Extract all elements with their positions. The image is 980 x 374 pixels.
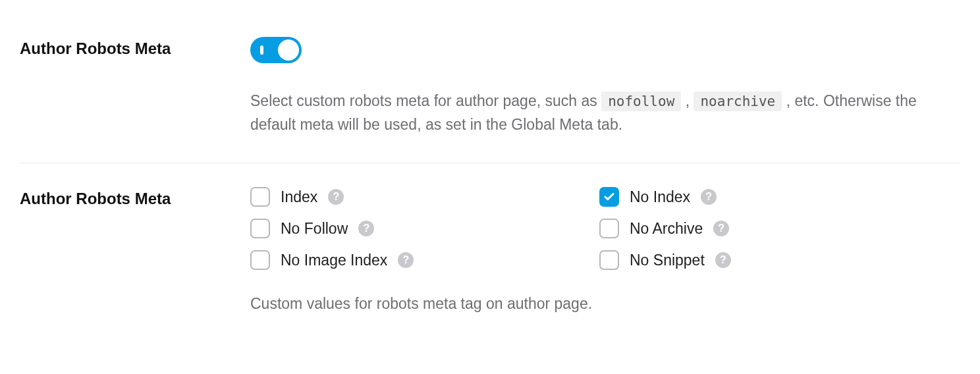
- section-label: Author Robots Meta: [20, 190, 250, 208]
- author-robots-meta-toggle[interactable]: [250, 37, 302, 63]
- checkbox-label: Index: [281, 188, 317, 206]
- checkbox-item-no-snippet[interactable]: No Snippet ?: [599, 250, 934, 270]
- section-label-col: Author Robots Meta: [20, 37, 250, 58]
- checkbox-item-no-archive[interactable]: No Archive ?: [599, 219, 934, 238]
- help-icon[interactable]: ?: [715, 252, 731, 268]
- options-description: Custom values for robots meta tag on aut…: [250, 295, 934, 313]
- help-icon[interactable]: ?: [701, 189, 717, 205]
- help-icon[interactable]: ?: [358, 221, 374, 236]
- checkbox-label: No Follow: [281, 220, 348, 238]
- help-icon[interactable]: ?: [328, 189, 344, 205]
- checkbox-label: No Snippet: [630, 252, 705, 269]
- section-label-col: Author Robots Meta: [20, 187, 250, 208]
- checkbox-label: No Image Index: [281, 252, 387, 269]
- section-label: Author Robots Meta: [20, 40, 250, 58]
- checkbox-item-no-image-index[interactable]: No Image Index ?: [250, 250, 599, 270]
- section-content: Select custom robots meta for author pag…: [250, 37, 960, 136]
- checkbox-label: No Archive: [630, 220, 703, 238]
- desc-text: Select custom robots meta for author pag…: [250, 92, 601, 109]
- check-icon: [603, 191, 615, 203]
- checkbox-item-no-index[interactable]: No Index ?: [599, 187, 934, 207]
- checkbox-box: [250, 187, 270, 207]
- checkbox-grid: Index ? No Index ? No Follow ?: [250, 187, 934, 270]
- desc-sep: ,: [686, 92, 694, 109]
- help-icon[interactable]: ?: [398, 252, 414, 268]
- code-noarchive: noarchive: [694, 92, 782, 111]
- help-icon[interactable]: ?: [713, 221, 729, 236]
- checkbox-box: [599, 219, 619, 238]
- checkbox-box: [250, 219, 270, 238]
- section-content: Index ? No Index ? No Follow ?: [250, 187, 960, 313]
- code-nofollow: nofollow: [601, 92, 681, 111]
- toggle-description: Select custom robots meta for author pag…: [250, 90, 934, 136]
- checkbox-box: [599, 250, 619, 270]
- author-robots-meta-options-row: Author Robots Meta Index ? No Index ?: [20, 163, 960, 339]
- checkbox-label: No Index: [630, 188, 690, 206]
- checkbox-box: [250, 250, 270, 270]
- author-robots-meta-toggle-row: Author Robots Meta Select custom robots …: [20, 26, 960, 163]
- toggle-knob: [278, 40, 299, 61]
- checkbox-item-index[interactable]: Index ?: [250, 187, 599, 207]
- checkbox-box: [599, 187, 619, 207]
- toggle-on-indicator: [260, 45, 263, 55]
- checkbox-item-no-follow[interactable]: No Follow ?: [250, 219, 599, 238]
